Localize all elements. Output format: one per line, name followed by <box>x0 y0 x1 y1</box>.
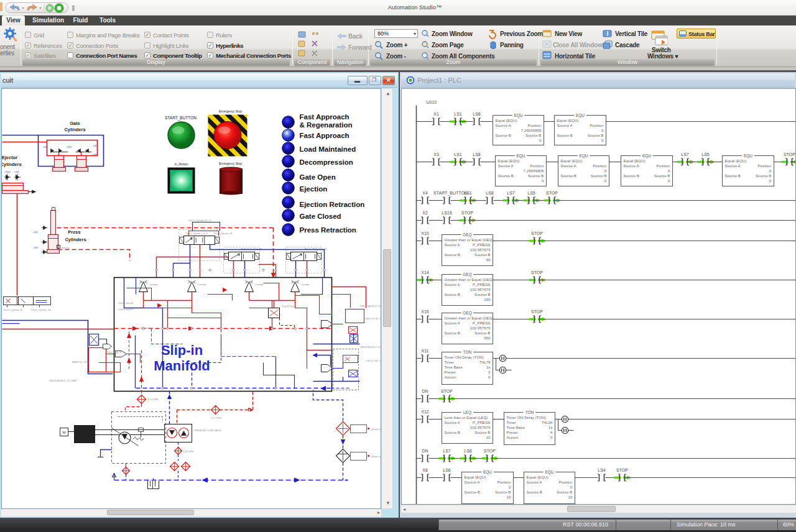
svg-text:10: 10 <box>568 495 573 499</box>
svg-text:LS1: LS1 <box>93 144 98 147</box>
svg-text:M: M <box>63 431 66 434</box>
svg-text:Source B: Source B <box>528 173 544 178</box>
svg-text:Gate Closed: Gate Closed <box>300 213 341 220</box>
svg-text:Position: Position <box>757 163 772 168</box>
svg-text:190: 190 <box>484 297 491 301</box>
svg-text:Source B: Source B <box>474 331 490 335</box>
svg-text:X15: X15 <box>421 310 429 314</box>
svg-text:Press_Cylinder_M: Press_Cylinder_M <box>214 232 232 235</box>
svg-text:P_PRESS: P_PRESS <box>473 282 491 287</box>
svg-text:START_BUTTON: START_BUTTON <box>165 116 197 121</box>
svg-text:Equal (EQU): Equal (EQU) <box>498 158 520 163</box>
svg-text:X4: X4 <box>422 191 428 195</box>
svg-text:Source B: Source B <box>465 490 480 494</box>
svg-text:LS6: LS6 <box>443 468 451 472</box>
svg-text:Source B: Source B <box>756 173 771 178</box>
svg-text:Source B: Source B <box>474 252 490 257</box>
svg-text:Source B: Source B <box>445 430 460 434</box>
svg-text:Position: Position <box>558 480 573 484</box>
svg-text:Series_Cylinder_M: Series_Cylinder_M <box>4 309 22 311</box>
svg-text:Fast Approach: Fast Approach <box>300 132 349 139</box>
svg-text:LS15: LS15 <box>442 211 451 215</box>
svg-text:Equal (EQU): Equal (EQU) <box>527 475 548 479</box>
svg-text:STOP: STOP <box>441 389 453 393</box>
svg-text:Source B: Source B <box>525 133 541 137</box>
svg-text:Preset: Preset <box>507 430 518 434</box>
svg-text:Equal (EQU): Equal (EQU) <box>561 158 583 163</box>
svg-text:Press_pump_M: Press_pump_M <box>107 351 122 354</box>
svg-text:PRESSURE COMP. VALVE: PRESSURE COMP. VALVE <box>194 429 222 432</box>
svg-text:X14: X14 <box>421 270 429 275</box>
svg-text:LS2: LS2 <box>44 145 49 149</box>
svg-text:Homing: Homing <box>62 247 69 249</box>
svg-text:0: 0 <box>769 178 772 183</box>
svg-text:Greater than or Equal (GEQ): Greater than or Equal (GEQ) <box>445 316 494 320</box>
svg-text:Cartridge: Cartridge <box>198 283 206 286</box>
svg-text:Source A: Source A <box>445 282 461 287</box>
svg-text:Slip-in: Slip-in <box>161 342 203 358</box>
svg-text:STOP: STOP <box>531 270 543 275</box>
svg-text:Ejector: Ejector <box>2 155 17 160</box>
svg-text:Cylinders: Cylinders <box>65 237 86 242</box>
svg-text:Equal (EQU): Equal (EQU) <box>465 475 486 479</box>
svg-text:X2: X2 <box>422 211 428 215</box>
svg-text:X3: X3 <box>433 152 439 157</box>
svg-text:Cylinder drain A: Cylinder drain A <box>118 302 134 305</box>
svg-text:Greater than or Equal (GEQ): Greater than or Equal (GEQ) <box>445 237 494 242</box>
svg-text:LS5: LS5 <box>34 231 39 234</box>
svg-text:0: 0 <box>550 435 553 439</box>
svg-text:LS8: LS8 <box>473 112 481 116</box>
svg-text:Position: Position <box>530 163 544 168</box>
svg-text:Source B: Source B <box>557 133 573 137</box>
svg-text:LS7: LS7 <box>507 191 515 195</box>
svg-text:DN: DN <box>422 389 428 393</box>
svg-text:Source A: Source A <box>496 123 512 127</box>
svg-text:1s: 1s <box>486 365 491 369</box>
svg-text:Press: Press <box>68 229 80 235</box>
svg-text:Cylinder drain B: Cylinder drain B <box>118 308 134 311</box>
svg-text:Press Retraction: Press Retraction <box>300 226 356 234</box>
svg-text:LS3: LS3 <box>67 145 72 149</box>
svg-text:P_PRESS: P_PRESS <box>473 420 491 424</box>
svg-text:Load Maintained: Load Maintained <box>300 145 356 153</box>
svg-text:Cartridge: Cartridge <box>149 283 158 286</box>
svg-text:Equal (EQU): Equal (EQU) <box>725 158 747 163</box>
svg-text:T4L78: T4L78 <box>479 360 491 364</box>
svg-text:Equal (EQU): Equal (EQU) <box>624 158 646 163</box>
svg-text:Timer ON-Delay (TON): Timer ON-Delay (TON) <box>507 415 546 420</box>
svg-text:Source A: Source A <box>557 123 573 127</box>
svg-text:Source B: Source B <box>557 490 572 494</box>
svg-text:LS6: LS6 <box>34 246 39 249</box>
svg-text:LS1: LS1 <box>464 191 472 195</box>
svg-text:P_PRESS: P_PRESS <box>473 321 491 325</box>
svg-text:& Regenaration: & Regenaration <box>300 121 353 129</box>
svg-text:Position: Position <box>497 480 511 484</box>
svg-text:Source B: Source B <box>654 173 670 178</box>
svg-text:Source A: Source A <box>498 163 514 168</box>
svg-text:START_BUTTON: START_BUTTON <box>433 191 468 196</box>
svg-text:LS4: LS4 <box>598 468 606 472</box>
svg-text:0: 0 <box>668 168 670 173</box>
svg-text:P1 x GPM: P1 x GPM <box>148 398 158 401</box>
svg-text:STOP: STOP <box>546 191 558 195</box>
svg-text:DN: DN <box>422 449 428 453</box>
svg-text:7.26049805: 7.26049805 <box>521 128 542 132</box>
svg-text:Source A: Source A <box>561 163 577 168</box>
svg-text:LS5 GPM: LS5 GPM <box>184 451 194 453</box>
svg-text:X1: X1 <box>433 112 439 116</box>
svg-text:LOW_FLOW_V: LOW_FLOW_V <box>366 360 381 362</box>
svg-text:STOP: STOP <box>484 449 496 453</box>
svg-text:Source A: Source A <box>445 242 461 247</box>
svg-text:Equal (EQU): Equal (EQU) <box>496 118 517 122</box>
svg-text:0: 0 <box>604 168 607 173</box>
svg-text:7.26049805: 7.26049805 <box>524 168 544 173</box>
svg-text:Position: Position <box>527 123 542 127</box>
svg-text:LS4: LS4 <box>93 153 98 156</box>
svg-text:Source B: Source B <box>495 490 511 494</box>
svg-text:102.957679: 102.957679 <box>470 287 491 291</box>
svg-text:90: 90 <box>486 257 491 262</box>
svg-text:Ejection: Ejection <box>300 185 328 193</box>
svg-text:Source A: Source A <box>527 480 543 484</box>
svg-text:0: 0 <box>604 178 607 183</box>
svg-text:Position: Position <box>590 123 604 127</box>
